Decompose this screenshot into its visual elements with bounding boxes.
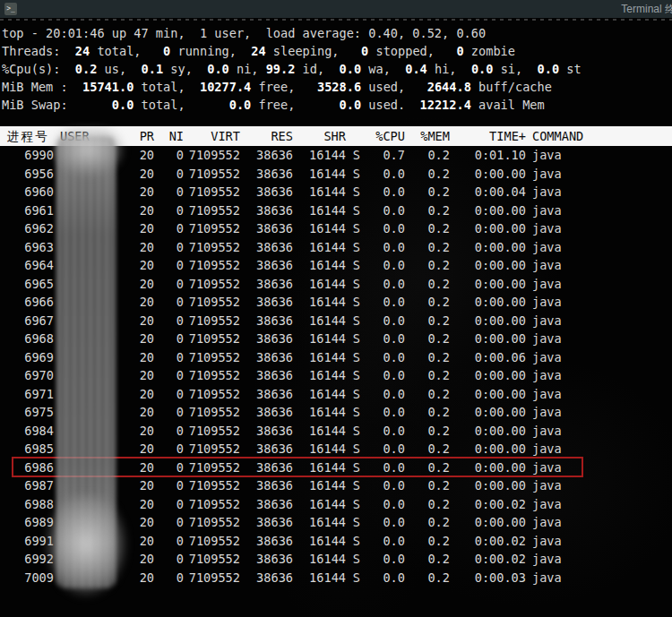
cell-virt: 7109552 bbox=[184, 385, 240, 404]
cell-virt: 7109552 bbox=[184, 422, 240, 441]
cell-state: S bbox=[346, 312, 360, 330]
process-row: 6975 20 0 7109552 38636 16144 S 0.0 0.2 … bbox=[0, 403, 672, 422]
process-row: 6967 20 0 7109552 38636 16144 S 0.0 0.2 … bbox=[0, 312, 672, 330]
cell-shr: 16144 bbox=[293, 238, 346, 257]
cell-user bbox=[54, 440, 116, 458]
cell-virt: 7109552 bbox=[184, 495, 240, 514]
cell-virt: 7109552 bbox=[184, 275, 240, 294]
cell-state: S bbox=[346, 458, 360, 477]
cell-pid: 6964 bbox=[7, 256, 54, 275]
top-summary: top - 20:01:46 up 47 min, 1 user, load a… bbox=[2, 24, 582, 114]
cell-cpu: 0.0 bbox=[360, 275, 405, 294]
cell-virt: 7109552 bbox=[184, 256, 240, 275]
cell-virt: 7109552 bbox=[184, 219, 240, 238]
cell-shr: 16144 bbox=[293, 201, 346, 220]
process-row: 6964 20 0 7109552 38636 16144 S 0.0 0.2 … bbox=[0, 256, 672, 275]
cell-res: 38636 bbox=[240, 440, 293, 458]
cell-res: 38636 bbox=[240, 238, 293, 257]
cell-user bbox=[54, 293, 116, 312]
cell-shr: 16144 bbox=[293, 366, 346, 385]
cell-cpu: 0.0 bbox=[360, 385, 405, 404]
cell-user bbox=[54, 238, 116, 257]
cell-command: java bbox=[526, 422, 672, 441]
cell-ni: 0 bbox=[154, 146, 184, 165]
cell-cpu: 0.0 bbox=[360, 165, 405, 184]
summary-line: MiB Mem : 15741.0 total, 10277.4 free, 3… bbox=[2, 78, 582, 96]
cell-virt: 7109552 bbox=[184, 146, 240, 165]
process-row: 6965 20 0 7109552 38636 16144 S 0.0 0.2 … bbox=[0, 275, 672, 294]
cell-ni: 0 bbox=[154, 403, 184, 422]
cell-user bbox=[54, 495, 116, 514]
cell-time: 0:00.00 bbox=[450, 256, 526, 275]
cell-ni: 0 bbox=[154, 256, 184, 275]
cell-mem: 0.2 bbox=[405, 440, 450, 458]
cell-ni: 0 bbox=[154, 440, 184, 458]
cell-mem: 0.2 bbox=[405, 513, 450, 532]
cell-command: java bbox=[526, 219, 672, 238]
cell-pid: 6961 bbox=[7, 201, 54, 220]
cell-pr: 20 bbox=[116, 219, 154, 238]
process-row: 6969 20 0 7109552 38636 16144 S 0.0 0.2 … bbox=[0, 348, 672, 367]
cell-ni: 0 bbox=[154, 201, 184, 220]
cell-pid: 6968 bbox=[7, 330, 54, 348]
cell-time: 0:00.02 bbox=[450, 532, 526, 551]
cell-time: 0:00.00 bbox=[450, 403, 526, 422]
cell-mem: 0.2 bbox=[405, 183, 450, 201]
cell-mem: 0.2 bbox=[405, 385, 450, 404]
cell-res: 38636 bbox=[240, 293, 293, 312]
cell-mem: 0.2 bbox=[405, 532, 450, 551]
cell-state: S bbox=[346, 532, 360, 551]
cell-cpu: 0.0 bbox=[360, 256, 405, 275]
cell-shr: 16144 bbox=[293, 440, 346, 458]
cell-cpu: 0.0 bbox=[360, 513, 405, 532]
cell-command: java bbox=[526, 256, 672, 275]
process-row: 6991 20 0 7109552 38636 16144 S 0.0 0.2 … bbox=[0, 532, 672, 551]
cell-state: S bbox=[346, 238, 360, 257]
cell-pr: 20 bbox=[116, 146, 154, 165]
cell-user bbox=[54, 330, 116, 348]
cell-cpu: 0.0 bbox=[360, 550, 405, 569]
cell-time: 0:00.00 bbox=[450, 458, 526, 477]
cell-user bbox=[54, 256, 116, 275]
cell-mem: 0.2 bbox=[405, 366, 450, 385]
cell-pid: 6962 bbox=[7, 219, 54, 238]
cell-shr: 16144 bbox=[293, 569, 346, 587]
cell-mem: 0.2 bbox=[405, 146, 450, 165]
col-header-ni: NI bbox=[154, 126, 184, 146]
process-row: 6962 20 0 7109552 38636 16144 S 0.0 0.2 … bbox=[0, 219, 672, 238]
cell-pid: 6984 bbox=[7, 422, 54, 441]
cell-state: S bbox=[346, 183, 360, 201]
cell-user bbox=[54, 385, 116, 404]
window-titlebar[interactable]: >_ Terminal 终端 bbox=[0, 0, 672, 18]
cell-pid: 6991 bbox=[7, 532, 54, 551]
process-row: 6987 20 0 7109552 38636 16144 S 0.0 0.2 … bbox=[0, 476, 672, 495]
col-header-user: USER bbox=[54, 126, 116, 146]
cell-pid: 6992 bbox=[7, 550, 54, 569]
cell-state: S bbox=[346, 348, 360, 367]
cell-state: S bbox=[346, 165, 360, 184]
cell-time: 0:00.00 bbox=[450, 366, 526, 385]
cell-pid: 6986 bbox=[7, 458, 54, 477]
col-header-pid: 进程号 bbox=[7, 126, 54, 146]
cell-user bbox=[54, 550, 116, 569]
cell-command: java bbox=[526, 348, 672, 367]
cell-state: S bbox=[346, 385, 360, 404]
cell-time: 0:00.06 bbox=[450, 348, 526, 367]
table-header: 进程号 USER PR NI VIRT RES SHR %CPU %MEM TI… bbox=[0, 126, 672, 146]
cell-ni: 0 bbox=[154, 366, 184, 385]
cell-command: java bbox=[526, 403, 672, 422]
cell-command: java bbox=[526, 495, 672, 514]
cell-pid: 6956 bbox=[7, 165, 54, 184]
cell-ni: 0 bbox=[154, 550, 184, 569]
cell-res: 38636 bbox=[240, 275, 293, 294]
cell-pr: 20 bbox=[116, 312, 154, 330]
process-row: 6966 20 0 7109552 38636 16144 S 0.0 0.2 … bbox=[0, 293, 672, 312]
cell-shr: 16144 bbox=[293, 219, 346, 238]
cell-pid: 6988 bbox=[7, 495, 54, 514]
cell-ni: 0 bbox=[154, 275, 184, 294]
terminal-icon: >_ bbox=[4, 3, 17, 15]
cell-ni: 0 bbox=[154, 219, 184, 238]
cell-mem: 0.2 bbox=[405, 256, 450, 275]
cell-cpu: 0.0 bbox=[360, 201, 405, 220]
cell-mem: 0.2 bbox=[405, 293, 450, 312]
